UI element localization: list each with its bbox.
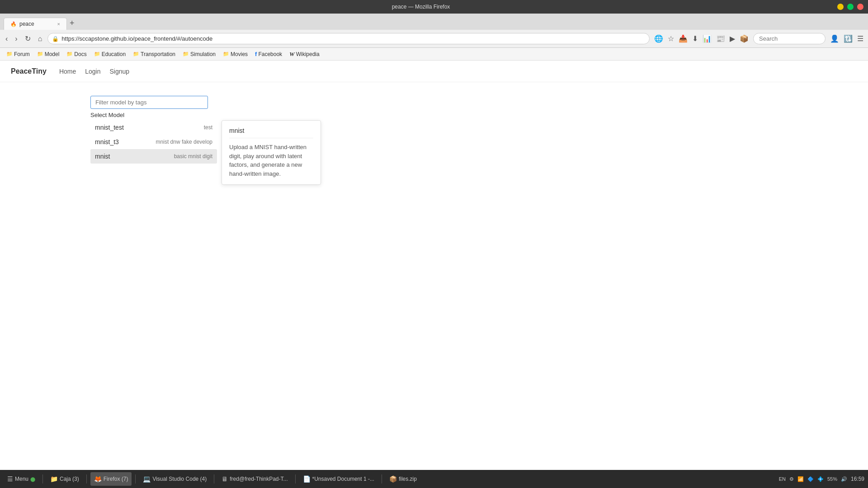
tab-favicon: 🔥	[10, 21, 17, 27]
model-list: mnist_test test mnist_t3 mnist dnw fake …	[90, 120, 217, 185]
toolbar-icons: 🌐 ☆ 📥 ⬇ 📊 📰 ▶ 📦	[653, 33, 750, 44]
model-name-mnist: mnist	[95, 153, 110, 160]
addressbar: ‹ › ↻ ⌂ 🔒 🌐 ☆ 📥 ⬇ 📊 📰 ▶ 📦 👤 🔃 ☰	[0, 30, 868, 48]
video-icon[interactable]: ▶	[729, 33, 736, 44]
info-panel-body: Upload a MNIST hand-written digit, play …	[229, 143, 313, 178]
bookmark-transportation[interactable]: 📁 Transportation	[130, 50, 178, 58]
bookmarks-bar: 📁 Forum 📁 Model 📁 Docs 📁 Education 📁 Tra…	[0, 48, 868, 61]
star-icon[interactable]: ☆	[667, 33, 675, 44]
site-logo: PeaceTiny	[11, 67, 47, 75]
model-tags-mnist-t3: mnist dnw fake develop	[156, 139, 212, 145]
reload-button[interactable]: ↻	[23, 33, 33, 44]
tab-label: peace	[19, 21, 34, 27]
browser-tab-peace[interactable]: 🔥 peace ×	[4, 18, 67, 30]
close-button[interactable]	[857, 4, 863, 10]
sync-icon[interactable]: 🔃	[843, 33, 854, 44]
select-model-label: Select Model	[90, 112, 778, 118]
model-name-mnist-test: mnist_test	[95, 124, 124, 131]
tabbar: 🔥 peace × +	[0, 14, 868, 30]
container-icon[interactable]: 📦	[739, 33, 750, 44]
bookmark-wikipedia[interactable]: W Wikipedia	[287, 50, 322, 59]
stats-icon[interactable]: 📊	[702, 33, 712, 44]
model-tags-mnist: basic mnist digit	[174, 153, 212, 160]
model-row-mnist-t3[interactable]: mnist_t3 mnist dnw fake develop	[90, 135, 217, 149]
titlebar: peace — Mozilla Firefox	[0, 0, 868, 14]
maximize-button[interactable]	[847, 4, 854, 10]
minimize-button[interactable]	[837, 4, 844, 10]
info-panel-title: mnist	[229, 127, 313, 138]
nav-link-login[interactable]: Login	[85, 66, 100, 77]
address-bar-container: 🔒	[47, 33, 650, 44]
page-content: PeaceTiny Home Login Signup Select Model…	[0, 61, 868, 470]
lock-icon: 🔒	[52, 36, 59, 42]
model-row-mnist-test[interactable]: mnist_test test	[90, 120, 217, 135]
model-name-mnist-t3: mnist_t3	[95, 138, 119, 145]
account-icon[interactable]: 👤	[829, 33, 840, 44]
back-button[interactable]: ‹	[4, 34, 9, 44]
extension-icon[interactable]: 🌐	[653, 33, 664, 44]
bookmark-model[interactable]: 📁 Model	[34, 50, 62, 58]
pocket-icon[interactable]: 📥	[678, 33, 689, 44]
new-tab-button[interactable]: +	[67, 19, 77, 30]
site-nav: PeaceTiny Home Login Signup	[0, 61, 868, 82]
address-input[interactable]	[47, 33, 650, 44]
nav-link-home[interactable]: Home	[59, 66, 76, 77]
browser-window: peace — Mozilla Firefox 🔥 peace × + ‹ › …	[0, 0, 868, 470]
home-button[interactable]: ⌂	[36, 34, 44, 44]
titlebar-controls	[837, 4, 863, 10]
model-tags-mnist-test: test	[204, 124, 212, 131]
menu-icon[interactable]: ☰	[856, 33, 864, 44]
main-content: Select Model mnist_test test mnist_t3 mn…	[0, 82, 868, 198]
nav-link-signup[interactable]: Signup	[110, 66, 130, 77]
download-icon[interactable]: ⬇	[691, 33, 699, 44]
bookmark-movies[interactable]: 📁 Movies	[220, 50, 250, 58]
titlebar-title: peace — Mozilla Firefox	[5, 4, 837, 10]
bookmark-forum[interactable]: 📁 Forum	[4, 50, 33, 58]
bookmark-facebook[interactable]: f Facebook	[252, 50, 285, 58]
search-input[interactable]	[753, 33, 826, 44]
model-row-mnist[interactable]: mnist basic mnist digit	[90, 149, 217, 164]
bookmark-education[interactable]: 📁 Education	[91, 50, 128, 58]
info-panel: mnist Upload a MNIST hand-written digit,…	[222, 120, 321, 185]
reader-icon[interactable]: 📰	[715, 33, 726, 44]
model-section: mnist_test test mnist_t3 mnist dnw fake …	[90, 120, 778, 185]
tab-close-button[interactable]: ×	[57, 21, 60, 27]
bookmark-docs[interactable]: 📁 Docs	[64, 50, 89, 58]
forward-button[interactable]: ›	[13, 34, 19, 44]
filter-tags-input[interactable]	[90, 96, 208, 109]
more-toolbar-icons: 👤 🔃 ☰	[829, 33, 864, 44]
bookmark-simulation[interactable]: 📁 Simulation	[180, 50, 218, 58]
